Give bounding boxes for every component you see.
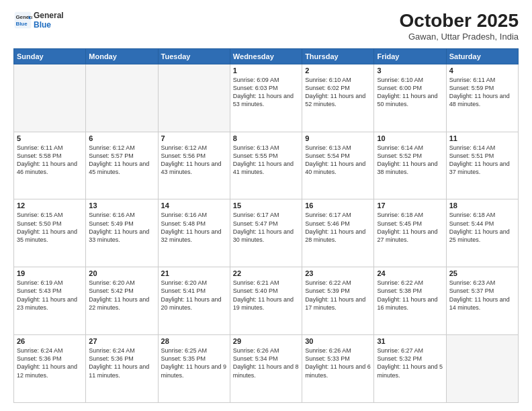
day-info: Sunrise: 6:27 AMSunset: 5:32 PMDaylight:… [377, 347, 443, 379]
day-info: Sunrise: 6:21 AMSunset: 5:40 PMDaylight:… [233, 279, 299, 312]
page: General Blue General Blue October 2025 G… [0, 0, 532, 411]
day-info: Sunrise: 6:24 AMSunset: 5:36 PMDaylight:… [89, 347, 154, 379]
day-info: Sunrise: 6:22 AMSunset: 5:39 PMDaylight:… [305, 279, 371, 312]
table-row: 2Sunrise: 6:10 AMSunset: 6:02 PMDaylight… [302, 64, 374, 132]
day-info: Sunrise: 6:14 AMSunset: 5:51 PMDaylight:… [449, 144, 515, 177]
table-row: 21Sunrise: 6:20 AMSunset: 5:41 PMDayligh… [158, 267, 230, 335]
day-info: Sunrise: 6:10 AMSunset: 6:02 PMDaylight:… [305, 76, 371, 109]
day-info: Sunrise: 6:12 AMSunset: 5:57 PMDaylight:… [89, 144, 154, 177]
table-row: 25Sunrise: 6:23 AMSunset: 5:37 PMDayligh… [446, 267, 518, 335]
title-block: October 2025 Gawan, Uttar Pradesh, India [400, 11, 519, 42]
table-row: 28Sunrise: 6:25 AMSunset: 5:35 PMDayligh… [158, 335, 230, 403]
day-number: 6 [89, 134, 154, 142]
day-number: 17 [377, 201, 443, 210]
day-info: Sunrise: 6:18 AMSunset: 5:45 PMDaylight:… [377, 211, 443, 244]
day-number: 23 [305, 269, 371, 277]
day-number: 4 [449, 66, 515, 75]
table-row: 18Sunrise: 6:18 AMSunset: 5:44 PMDayligh… [446, 199, 518, 267]
day-number: 9 [305, 134, 371, 142]
table-row [446, 335, 518, 403]
table-row: 30Sunrise: 6:26 AMSunset: 5:33 PMDayligh… [302, 335, 374, 403]
col-sunday: Sunday [14, 48, 86, 64]
col-monday: Monday [86, 48, 158, 64]
col-saturday: Saturday [446, 48, 518, 64]
calendar-week-row: 12Sunrise: 6:15 AMSunset: 5:50 PMDayligh… [14, 199, 519, 267]
day-number: 26 [17, 337, 83, 345]
table-row: 8Sunrise: 6:13 AMSunset: 5:55 PMDaylight… [230, 132, 302, 199]
table-row: 6Sunrise: 6:12 AMSunset: 5:57 PMDaylight… [86, 132, 158, 199]
logo-general: General [34, 11, 64, 20]
calendar-week-row: 19Sunrise: 6:19 AMSunset: 5:43 PMDayligh… [14, 267, 519, 335]
day-info: Sunrise: 6:15 AMSunset: 5:50 PMDaylight:… [17, 211, 83, 244]
day-info: Sunrise: 6:17 AMSunset: 5:47 PMDaylight:… [233, 211, 299, 244]
day-number: 15 [233, 201, 299, 210]
day-number: 1 [233, 66, 299, 75]
day-number: 5 [17, 134, 83, 142]
day-info: Sunrise: 6:22 AMSunset: 5:38 PMDaylight:… [377, 279, 443, 312]
table-row: 15Sunrise: 6:17 AMSunset: 5:47 PMDayligh… [230, 199, 302, 267]
svg-text:Blue: Blue [16, 21, 28, 27]
table-row: 3Sunrise: 6:10 AMSunset: 6:00 PMDaylight… [374, 64, 446, 132]
day-info: Sunrise: 6:25 AMSunset: 5:35 PMDaylight:… [161, 347, 227, 379]
calendar-table: Sunday Monday Tuesday Wednesday Thursday… [13, 48, 519, 403]
day-number: 3 [377, 66, 443, 75]
day-info: Sunrise: 6:12 AMSunset: 5:56 PMDaylight:… [161, 144, 227, 177]
day-info: Sunrise: 6:20 AMSunset: 5:41 PMDaylight:… [161, 279, 227, 312]
day-info: Sunrise: 6:17 AMSunset: 5:46 PMDaylight:… [305, 211, 371, 244]
table-row: 14Sunrise: 6:16 AMSunset: 5:48 PMDayligh… [158, 199, 230, 267]
day-number: 14 [161, 201, 227, 210]
logo-blue: Blue [34, 20, 64, 30]
table-row: 12Sunrise: 6:15 AMSunset: 5:50 PMDayligh… [14, 199, 86, 267]
table-row: 4Sunrise: 6:11 AMSunset: 5:59 PMDaylight… [446, 64, 518, 132]
day-info: Sunrise: 6:16 AMSunset: 5:49 PMDaylight:… [89, 211, 154, 244]
day-info: Sunrise: 6:26 AMSunset: 5:33 PMDaylight:… [305, 347, 371, 379]
header: General Blue General Blue October 2025 G… [13, 11, 519, 42]
day-number: 24 [377, 269, 443, 277]
calendar-week-row: 26Sunrise: 6:24 AMSunset: 5:36 PMDayligh… [14, 335, 519, 403]
table-row: 19Sunrise: 6:19 AMSunset: 5:43 PMDayligh… [14, 267, 86, 335]
table-row: 26Sunrise: 6:24 AMSunset: 5:36 PMDayligh… [14, 335, 86, 403]
col-thursday: Thursday [302, 48, 374, 64]
table-row: 9Sunrise: 6:13 AMSunset: 5:54 PMDaylight… [302, 132, 374, 199]
day-number: 31 [377, 337, 443, 345]
day-number: 13 [89, 201, 154, 210]
day-info: Sunrise: 6:19 AMSunset: 5:43 PMDaylight:… [17, 279, 83, 312]
col-friday: Friday [374, 48, 446, 64]
location: Gawan, Uttar Pradesh, India [400, 32, 519, 42]
day-info: Sunrise: 6:11 AMSunset: 5:59 PMDaylight:… [449, 76, 515, 109]
day-number: 21 [161, 269, 227, 277]
day-number: 25 [449, 269, 515, 277]
day-info: Sunrise: 6:20 AMSunset: 5:42 PMDaylight:… [89, 279, 154, 312]
col-tuesday: Tuesday [158, 48, 230, 64]
calendar-week-row: 5Sunrise: 6:11 AMSunset: 5:58 PMDaylight… [14, 132, 519, 199]
table-row: 13Sunrise: 6:16 AMSunset: 5:49 PMDayligh… [86, 199, 158, 267]
day-number: 11 [449, 134, 515, 142]
table-row: 11Sunrise: 6:14 AMSunset: 5:51 PMDayligh… [446, 132, 518, 199]
col-wednesday: Wednesday [230, 48, 302, 64]
day-number: 8 [233, 134, 299, 142]
calendar-week-row: 1Sunrise: 6:09 AMSunset: 6:03 PMDaylight… [14, 64, 519, 132]
day-info: Sunrise: 6:13 AMSunset: 5:54 PMDaylight:… [305, 144, 371, 177]
day-number: 12 [17, 201, 83, 210]
table-row [158, 64, 230, 132]
table-row [14, 64, 86, 132]
calendar-header-row: Sunday Monday Tuesday Wednesday Thursday… [14, 48, 519, 64]
day-number: 29 [233, 337, 299, 345]
day-info: Sunrise: 6:10 AMSunset: 6:00 PMDaylight:… [377, 76, 443, 109]
table-row: 24Sunrise: 6:22 AMSunset: 5:38 PMDayligh… [374, 267, 446, 335]
table-row: 20Sunrise: 6:20 AMSunset: 5:42 PMDayligh… [86, 267, 158, 335]
day-number: 19 [17, 269, 83, 277]
day-number: 2 [305, 66, 371, 75]
logo-icon: General Blue [13, 11, 32, 30]
day-number: 20 [89, 269, 154, 277]
day-info: Sunrise: 6:13 AMSunset: 5:55 PMDaylight:… [233, 144, 299, 177]
table-row [86, 64, 158, 132]
logo: General Blue General Blue [13, 11, 64, 30]
day-number: 18 [449, 201, 515, 210]
day-info: Sunrise: 6:26 AMSunset: 5:34 PMDaylight:… [233, 347, 299, 379]
table-row: 29Sunrise: 6:26 AMSunset: 5:34 PMDayligh… [230, 335, 302, 403]
table-row: 5Sunrise: 6:11 AMSunset: 5:58 PMDaylight… [14, 132, 86, 199]
day-info: Sunrise: 6:14 AMSunset: 5:52 PMDaylight:… [377, 144, 443, 177]
table-row: 31Sunrise: 6:27 AMSunset: 5:32 PMDayligh… [374, 335, 446, 403]
day-number: 22 [233, 269, 299, 277]
